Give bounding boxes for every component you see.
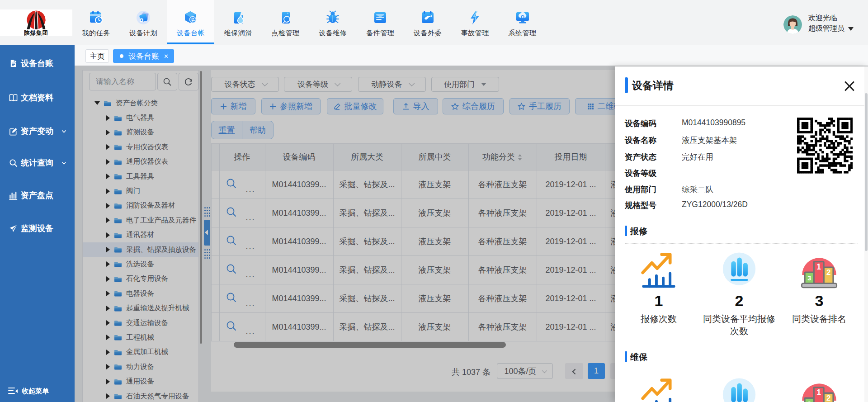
svg-text:1: 1: [816, 262, 821, 271]
svg-text:2: 2: [826, 268, 830, 277]
svg-text:1: 1: [816, 388, 821, 397]
svg-text:3: 3: [807, 274, 811, 282]
svg-text:3: 3: [807, 400, 811, 402]
svg-text:2: 2: [826, 394, 830, 402]
svg-text:陕煤集团: 陕煤集团: [24, 30, 48, 36]
